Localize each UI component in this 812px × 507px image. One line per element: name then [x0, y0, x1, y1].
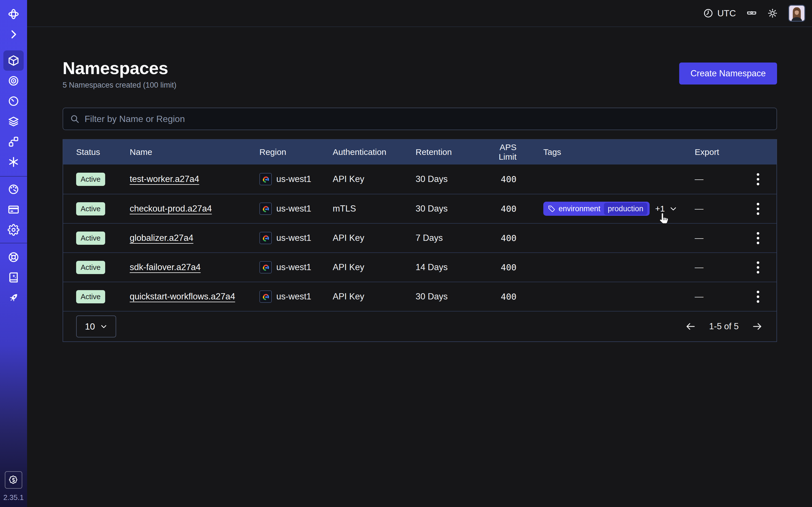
region-label: us-west1: [276, 174, 311, 184]
nav-gear-icon[interactable]: [3, 220, 24, 240]
region-label: us-west1: [276, 262, 311, 272]
sidebar: 2.35.1: [0, 0, 27, 507]
google-cloud-icon: [261, 293, 270, 300]
create-namespace-button[interactable]: Create Namespace: [679, 62, 777, 84]
namespaces-table: Status Name Region Authentication Retent…: [63, 139, 777, 342]
table-header-row: Status Name Region Authentication Retent…: [63, 140, 776, 165]
google-cloud-icon: [261, 235, 270, 242]
nav-book-sparkle-icon[interactable]: [3, 267, 24, 288]
table-row: Activeglobalizer.a27a4 us-west1API Key7 …: [63, 223, 776, 252]
col-export: Export: [695, 147, 751, 157]
retention-period: 14 Days: [416, 262, 480, 272]
glasses-icon[interactable]: [747, 8, 757, 18]
aps-limit: 400: [480, 204, 516, 214]
tag-more-count: +1: [655, 204, 665, 214]
row-menu-button[interactable]: [751, 200, 765, 217]
retention-period: 30 Days: [416, 291, 480, 302]
search-icon: [70, 114, 80, 124]
sun-theme-icon[interactable]: [767, 8, 777, 18]
table-row: Activesdk-failover.a27a4 us-west1API Key…: [63, 252, 776, 282]
nav-asterisk-icon[interactable]: [3, 152, 24, 172]
col-retention: Retention: [416, 147, 480, 157]
main-area: UTC: [27, 0, 812, 507]
nav-iris-icon[interactable]: [3, 71, 24, 91]
row-menu-button[interactable]: [751, 171, 765, 187]
tags-expand-button[interactable]: [669, 205, 677, 213]
timezone-selector[interactable]: UTC: [703, 8, 736, 18]
export-value: —: [695, 204, 751, 214]
region-provider-badge: [259, 203, 272, 215]
page-title: Namespaces: [63, 58, 176, 78]
retention-period: 30 Days: [416, 174, 480, 184]
col-region: Region: [259, 147, 333, 157]
nav-timer-icon[interactable]: [3, 91, 24, 111]
page-subtitle: 5 Namespaces created (100 limit): [63, 81, 176, 90]
region-provider-badge: [259, 290, 272, 303]
auth-method: mTLS: [333, 204, 416, 214]
collapse-chevron-icon[interactable]: [3, 24, 24, 45]
page-size-value: 10: [85, 321, 95, 332]
aps-limit: 400: [480, 233, 516, 243]
page-content: Namespaces 5 Namespaces created (100 lim…: [27, 27, 812, 342]
namespace-link[interactable]: sdk-failover.a27a4: [130, 262, 201, 272]
nav-layers-icon[interactable]: [3, 111, 24, 131]
app-version: 2.35.1: [3, 493, 24, 502]
app-root: 2.35.1 UTC: [0, 0, 812, 507]
region-provider-badge: [259, 173, 272, 185]
tag-key: environment: [559, 205, 601, 213]
table-row: Activecheckout-prod.a27a4 us-west1mTLS30…: [63, 194, 776, 223]
google-cloud-icon: [261, 264, 270, 271]
col-tags: Tags: [516, 147, 695, 157]
export-value: —: [695, 233, 751, 243]
tag-pill[interactable]: environmentproduction: [543, 202, 650, 216]
filter-input[interactable]: [84, 114, 770, 124]
row-menu-button[interactable]: [751, 288, 765, 305]
dollar-badge-icon[interactable]: [5, 471, 22, 489]
tag-value: production: [604, 203, 647, 215]
avatar[interactable]: [788, 5, 805, 22]
nav-credit-card-icon[interactable]: [3, 200, 24, 220]
row-menu-button[interactable]: [751, 259, 765, 276]
sidebar-divider: [0, 176, 27, 177]
row-menu-button[interactable]: [751, 230, 765, 246]
timezone-label: UTC: [717, 8, 736, 18]
retention-period: 7 Days: [416, 233, 480, 243]
status-badge: Active: [76, 261, 105, 274]
col-aps-limit: APS Limit: [480, 143, 516, 162]
page-size-select[interactable]: 10: [76, 316, 116, 337]
aps-limit: 400: [480, 262, 516, 272]
table-row: Activetest-worker.a27a4 us-west1API Key3…: [63, 165, 776, 194]
tags-cell: environmentproduction+1: [516, 202, 695, 216]
namespace-link[interactable]: test-worker.a27a4: [130, 174, 199, 184]
namespace-link[interactable]: checkout-prod.a27a4: [130, 204, 212, 214]
namespace-link[interactable]: globalizer.a27a4: [130, 233, 193, 243]
region-label: us-west1: [276, 291, 311, 302]
col-authentication: Authentication: [333, 147, 416, 157]
next-page-button[interactable]: [751, 320, 763, 333]
region-provider-badge: [259, 232, 272, 244]
export-value: —: [695, 262, 751, 272]
sidebar-divider: [0, 243, 27, 243]
nav-namespaces-cube-icon[interactable]: [3, 50, 24, 71]
auth-method: API Key: [333, 174, 416, 184]
google-cloud-icon: [261, 176, 270, 183]
nav-gauge-icon[interactable]: [3, 179, 24, 200]
nav-workflow-branch-icon[interactable]: [3, 131, 24, 152]
nav-rocket-icon[interactable]: [3, 288, 24, 308]
region-provider-badge: [259, 261, 272, 274]
nav-life-ring-icon[interactable]: [3, 247, 24, 267]
google-cloud-icon: [261, 205, 270, 212]
temporal-logo-icon[interactable]: [3, 4, 24, 24]
retention-period: 30 Days: [416, 204, 480, 214]
region-label: us-west1: [276, 233, 311, 243]
namespace-link[interactable]: quickstart-workflows.a27a4: [130, 291, 235, 301]
prev-page-button[interactable]: [684, 320, 697, 333]
chevron-down-icon: [669, 205, 677, 213]
col-name: Name: [130, 147, 259, 157]
region-label: us-west1: [276, 204, 311, 214]
clock-icon: [703, 8, 713, 18]
pagination-range: 1-5 of 5: [709, 321, 739, 332]
auth-method: API Key: [333, 233, 416, 243]
aps-limit: 400: [480, 291, 516, 302]
status-badge: Active: [76, 231, 105, 245]
